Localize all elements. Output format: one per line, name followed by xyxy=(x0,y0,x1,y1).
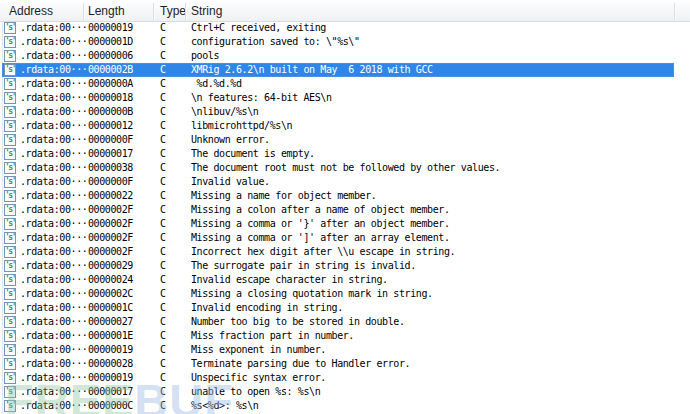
type-cell: C xyxy=(160,246,166,257)
string-cell: Terminate parsing due to Handler error. xyxy=(191,358,410,369)
table-row[interactable]: 's'.rdata:00···0000002FCMissing a colon … xyxy=(0,203,690,217)
table-row[interactable]: 's'.rdata:00···00000029CThe surrogate pa… xyxy=(0,259,690,273)
table-row[interactable]: 's'.rdata:00···0000002FCMissing a comma … xyxy=(0,217,690,231)
address-cell: .rdata:00··· xyxy=(20,316,87,327)
table-row[interactable]: 's'.rdata:00···0000000AC %d.%d.%d xyxy=(0,77,690,91)
type-cell: C xyxy=(160,148,166,159)
address-cell: .rdata:00··· xyxy=(20,358,87,369)
table-row[interactable]: 's'.rdata:00···0000001ECMiss fraction pa… xyxy=(0,329,690,343)
type-cell: C xyxy=(160,106,166,117)
string-cell: unable to open %s: %s\n xyxy=(191,386,320,397)
length-cell: 00000018 xyxy=(88,92,133,103)
length-cell: 00000038 xyxy=(88,162,133,173)
string-cell: Missing a colon after a name of object m… xyxy=(191,204,450,215)
string-cell: Miss fraction part in number. xyxy=(191,330,354,341)
table-row[interactable]: 's'.rdata:00···00000027CNumber too big t… xyxy=(0,315,690,329)
address-cell: .rdata:00··· xyxy=(20,50,87,61)
table-row[interactable]: 's'.rdata:00···0000000CC%s<%d>: %s\n xyxy=(0,399,690,413)
string-icon: 's' xyxy=(4,288,16,300)
type-cell: C xyxy=(160,232,166,243)
string-cell: \nlibuv/%s\n xyxy=(191,106,258,117)
string-cell: Missing a comma or '}' after an object m… xyxy=(191,218,450,229)
address-cell: .rdata:00··· xyxy=(20,134,87,145)
string-icon: 's' xyxy=(4,204,16,216)
address-cell: .rdata:00··· xyxy=(20,22,87,33)
table-row[interactable]: 's'.rdata:00···00000018C\n features: 64-… xyxy=(0,91,690,105)
type-cell: C xyxy=(160,120,166,131)
string-icon: 's' xyxy=(4,50,16,62)
table-row[interactable]: 's'.rdata:00···0000002FCMissing a comma … xyxy=(0,231,690,245)
type-cell: C xyxy=(160,288,166,299)
address-cell: .rdata:00··· xyxy=(20,330,87,341)
string-icon: 's' xyxy=(4,400,16,412)
string-icon: 's' xyxy=(4,372,16,384)
table-row[interactable]: 's'.rdata:00···00000012Clibmicrohttpd/%s… xyxy=(0,119,690,133)
table-row[interactable]: 's'.rdata:00···00000028CTerminate parsin… xyxy=(0,357,690,371)
type-cell: C xyxy=(160,78,166,89)
type-cell: C xyxy=(160,330,166,341)
string-cell: Ctrl+C received, exiting xyxy=(191,22,326,33)
column-header-string[interactable]: String xyxy=(191,4,222,18)
address-cell: .rdata:00··· xyxy=(20,148,87,159)
table-row[interactable]: 's'.rdata:00···00000019CCtrl+C received,… xyxy=(0,21,690,35)
string-cell: Missing a closing quotation mark in stri… xyxy=(191,288,433,299)
string-cell: configuration saved to: \"%s\" xyxy=(191,36,360,47)
length-cell: 00000019 xyxy=(88,22,133,33)
string-icon: 's' xyxy=(4,330,16,342)
address-cell: .rdata:00··· xyxy=(20,386,87,397)
address-cell: .rdata:00··· xyxy=(20,78,87,89)
column-header-length[interactable]: Length xyxy=(88,4,125,18)
table-row[interactable]: 's'.rdata:00···00000006Cpools xyxy=(0,49,690,63)
table-row[interactable]: 's'.rdata:00···0000001DCconfiguration sa… xyxy=(0,35,690,49)
table-row[interactable]: 's'.rdata:00···00000024CInvalid escape c… xyxy=(0,273,690,287)
length-cell: 0000000F xyxy=(88,134,133,145)
table-row[interactable]: 's'.rdata:00···0000000BC\nlibuv/%s\n xyxy=(0,105,690,119)
table-row[interactable]: 's'.rdata:00···0000002BCXMRig 2.6.2\n bu… xyxy=(0,63,690,77)
length-cell: 00000006 xyxy=(88,50,133,61)
address-cell: .rdata:00··· xyxy=(20,372,87,383)
string-cell: Number too big to be stored in double. xyxy=(191,316,405,327)
address-cell: .rdata:00··· xyxy=(20,246,87,257)
string-cell: Invalid value. xyxy=(191,176,270,187)
table-row[interactable]: 's'.rdata:00···0000001CCInvalid encoding… xyxy=(0,301,690,315)
type-cell: C xyxy=(160,64,166,75)
column-resize-handle[interactable] xyxy=(83,3,85,20)
address-cell: .rdata:00··· xyxy=(20,92,87,103)
length-cell: 00000028 xyxy=(88,358,133,369)
length-cell: 0000001E xyxy=(88,330,133,341)
string-cell: The surrogate pair in string is invalid. xyxy=(191,260,416,271)
type-cell: C xyxy=(160,50,166,61)
column-header-address[interactable]: Address xyxy=(9,4,53,18)
table-row[interactable]: 's'.rdata:00···00000022CMissing a name f… xyxy=(0,189,690,203)
type-cell: C xyxy=(160,36,166,47)
string-icon: 's' xyxy=(4,36,16,48)
table-row[interactable]: 's'.rdata:00···00000019CMiss exponent in… xyxy=(0,343,690,357)
table-row[interactable]: 's'.rdata:00···00000038CThe document roo… xyxy=(0,161,690,175)
length-cell: 00000017 xyxy=(88,148,133,159)
table-row[interactable]: 's'.rdata:00···0000002FCIncorrect hex di… xyxy=(0,245,690,259)
type-cell: C xyxy=(160,92,166,103)
table-row[interactable]: 's'.rdata:00···0000000FCUnknown error. xyxy=(0,133,690,147)
column-resize-handle[interactable] xyxy=(674,3,676,20)
string-cell: Invalid encoding in string. xyxy=(191,302,343,313)
column-resize-handle[interactable] xyxy=(185,3,187,20)
length-cell: 00000029 xyxy=(88,260,133,271)
type-cell: C xyxy=(160,218,166,229)
type-cell: C xyxy=(160,134,166,145)
column-header-type[interactable]: Type xyxy=(160,4,186,18)
table-row[interactable]: 's'.rdata:00···00000017Cunable to open %… xyxy=(0,385,690,399)
table-row[interactable]: 's'.rdata:00···0000000FCInvalid value. xyxy=(0,175,690,189)
table-row[interactable]: 's'.rdata:00···00000017CThe document is … xyxy=(0,147,690,161)
string-icon: 's' xyxy=(4,106,16,118)
string-cell: Unknown error. xyxy=(191,134,270,145)
type-cell: C xyxy=(160,400,166,411)
string-icon: 's' xyxy=(4,274,16,286)
string-icon: 's' xyxy=(4,358,16,370)
column-resize-handle[interactable] xyxy=(153,3,155,20)
address-cell: .rdata:00··· xyxy=(20,190,87,201)
length-cell: 00000024 xyxy=(88,274,133,285)
string-icon: 's' xyxy=(4,92,16,104)
table-row[interactable]: 's'.rdata:00···0000002CCMissing a closin… xyxy=(0,287,690,301)
length-cell: 0000002B xyxy=(88,64,133,75)
table-row[interactable]: 's'.rdata:00···00000019CUnspecific synta… xyxy=(0,371,690,385)
